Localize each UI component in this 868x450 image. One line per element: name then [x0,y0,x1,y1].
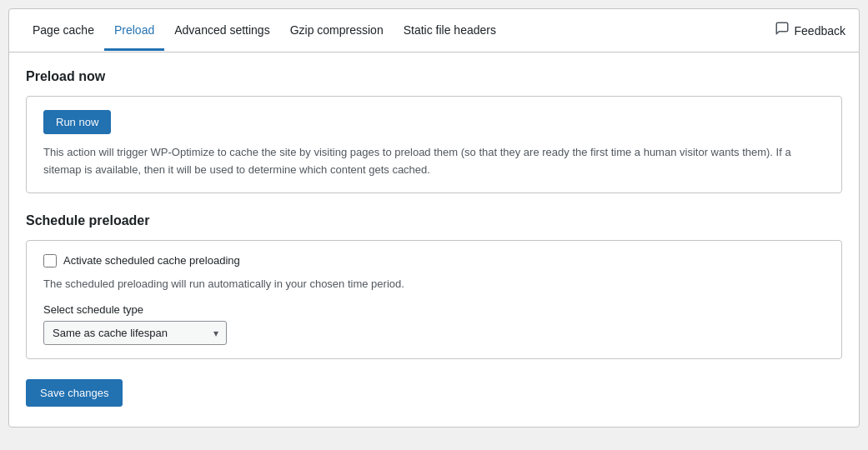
tab-nav: Page cache Preload Advanced settings Gzi… [9,9,859,52]
schedule-description: The scheduled preloading will run automa… [43,276,825,292]
feedback-button[interactable]: Feedback [775,9,845,52]
page-wrapper: Page cache Preload Advanced settings Gzi… [0,8,868,450]
main-content: Preload now Run now This action will tri… [9,52,859,427]
schedule-preloader-title: Schedule preloader [26,213,842,228]
preload-now-card: Run now This action will trigger WP-Opti… [26,96,842,193]
tab-static-file-headers[interactable]: Static file headers [394,12,506,51]
activate-preloading-label[interactable]: Activate scheduled cache preloading [63,254,240,267]
feedback-icon [775,21,790,40]
feedback-label: Feedback [795,24,845,38]
run-now-button[interactable]: Run now [43,110,111,134]
save-changes-button[interactable]: Save changes [26,379,123,407]
schedule-preloader-card: Activate scheduled cache preloading The … [26,240,842,360]
activate-checkbox-row: Activate scheduled cache preloading [43,254,825,268]
select-schedule-label: Select schedule type [43,303,825,316]
schedule-type-select[interactable]: Same as cache lifespan Hourly Daily Week… [43,321,227,345]
main-card: Page cache Preload Advanced settings Gzi… [8,8,860,428]
tab-preload[interactable]: Preload [104,12,164,51]
preload-now-title: Preload now [26,69,842,84]
schedule-type-select-wrapper: Same as cache lifespan Hourly Daily Week… [43,321,227,345]
activate-preloading-checkbox[interactable] [43,254,57,268]
preload-now-description: This action will trigger WP-Optimize to … [43,144,825,179]
tab-gzip-compression[interactable]: Gzip compression [280,12,394,51]
preload-now-section: Preload now Run now This action will tri… [26,69,842,193]
schedule-preloader-section: Schedule preloader Activate scheduled ca… [26,213,842,360]
tab-advanced-settings[interactable]: Advanced settings [164,12,279,51]
tab-page-cache[interactable]: Page cache [23,12,104,51]
